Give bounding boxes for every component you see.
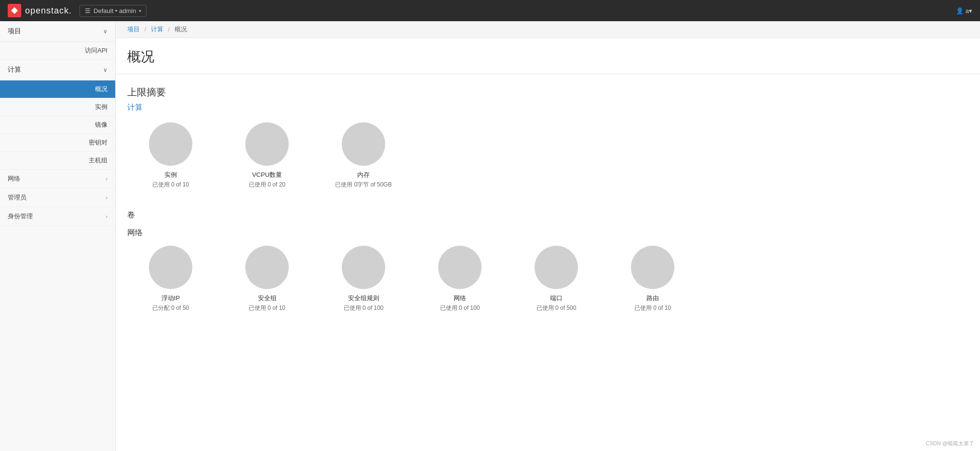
breadcrumb-sep2: / xyxy=(168,26,170,33)
navbar-project-chevron: ▾ xyxy=(139,8,141,13)
gauge-network: 网络 已使用 0 of 100 xyxy=(416,246,503,312)
sidebar-admin-label: 管理员 xyxy=(8,193,27,202)
sidebar-admin-chevron: › xyxy=(106,195,107,200)
gauge-instances-usage: 已使用 0 of 10 xyxy=(152,181,189,189)
gauge-vcpu-circle xyxy=(245,122,289,166)
sidebar-instances-label: 实例 xyxy=(95,103,107,110)
sidebar-identity-label: 身份管理 xyxy=(8,212,33,221)
navbar-project-icon: ☰ xyxy=(85,7,91,14)
navbar: openstack. ☰ Default • admin ▾ 👤 a▾ xyxy=(0,0,980,21)
page-title: 概况 xyxy=(127,48,968,66)
brand: openstack. xyxy=(8,4,72,17)
sidebar-network-chevron: › xyxy=(106,176,107,182)
gauge-vcpu: VCPU数量 已使用 0 of 20 xyxy=(224,122,310,189)
sidebar-network-header[interactable]: 网络 › xyxy=(0,170,115,188)
gauge-router-circle xyxy=(631,246,674,289)
sidebar-item-instances[interactable]: 实例 xyxy=(0,98,115,116)
sidebar-compute-chevron: ∨ xyxy=(103,66,107,73)
sidebar-item-hostgroups[interactable]: 主机组 xyxy=(0,152,115,170)
gauge-router: 路由 已使用 0 of 10 xyxy=(609,246,696,312)
gauge-security-rules-usage: 已使用 0 of 100 xyxy=(344,304,384,312)
breadcrumb-project[interactable]: 项目 xyxy=(127,26,140,33)
gauge-router-usage: 已使用 0 of 10 xyxy=(634,304,671,312)
sidebar-keypairs-label: 密钥对 xyxy=(89,139,107,146)
gauge-security-group-label: 安全组 xyxy=(258,294,277,303)
sidebar-compute-label: 计算 xyxy=(8,66,21,74)
sidebar-item-keypairs[interactable]: 密钥对 xyxy=(0,134,115,152)
gauge-floating-ip-circle xyxy=(149,246,192,289)
gauge-network-circle xyxy=(438,246,482,289)
gauge-memory-label: 内存 xyxy=(357,171,370,179)
sidebar-admin-header[interactable]: 管理员 › xyxy=(0,188,115,207)
gauge-port: 端口 已使用 0 of 500 xyxy=(513,246,600,312)
gauge-security-rules-circle xyxy=(342,246,385,289)
gauge-floating-ip: 浮动IP 已分配 0 of 50 xyxy=(127,246,214,312)
breadcrumb-compute[interactable]: 计算 xyxy=(151,26,163,33)
gauge-network-label: 网络 xyxy=(454,294,466,303)
sidebar-project-chevron: ∨ xyxy=(103,28,107,35)
gauge-network-usage: 已使用 0 of 100 xyxy=(440,304,480,312)
breadcrumb: 项目 / 计算 / 概况 xyxy=(116,21,980,38)
sidebar-hostgroups-label: 主机组 xyxy=(89,157,107,164)
gauge-memory: 内存 已使用 0字节 of 50GB xyxy=(320,122,407,189)
sidebar-images-label: 镜像 xyxy=(95,121,107,128)
sidebar-api-label: 访问API xyxy=(85,47,107,54)
gauge-security-rules-label: 安全组规则 xyxy=(348,294,379,303)
gauge-vcpu-label: VCPU数量 xyxy=(252,171,282,179)
gauge-port-label: 端口 xyxy=(550,294,563,303)
gauge-floating-ip-usage: 已分配 0 of 50 xyxy=(152,304,189,312)
gauge-security-rules: 安全组规则 已使用 0 of 100 xyxy=(320,246,407,312)
brand-logo xyxy=(8,4,21,17)
breadcrumb-current: 概况 xyxy=(175,26,187,33)
page-header: 概况 xyxy=(116,38,980,74)
main-layout: 项目 ∨ 访问API 计算 ∨ 概况 实例 镜像 密钥对 主机组 xyxy=(0,21,980,451)
compute-section-label: 计算 xyxy=(127,103,968,113)
navbar-user[interactable]: 👤 a▾ xyxy=(956,7,972,14)
network-gauge-row: 浮动IP 已分配 0 of 50 安全组 已使用 0 of 10 安全组规则 已… xyxy=(127,246,968,318)
gauge-security-group-circle xyxy=(245,246,289,289)
gauge-port-usage: 已使用 0 of 500 xyxy=(537,304,577,312)
network-section-label: 网络 xyxy=(127,228,968,238)
sidebar-project-header[interactable]: 项目 ∨ xyxy=(0,21,115,42)
sidebar-item-api[interactable]: 访问API xyxy=(0,42,115,60)
sidebar-project-label: 项目 xyxy=(8,27,21,36)
sidebar: 项目 ∨ 访问API 计算 ∨ 概况 实例 镜像 密钥对 主机组 xyxy=(0,21,116,451)
sidebar-identity-chevron: › xyxy=(106,213,107,219)
gauge-security-group-usage: 已使用 0 of 10 xyxy=(249,304,285,312)
navbar-project-label: Default • admin xyxy=(94,7,136,14)
gauge-port-circle xyxy=(535,246,578,289)
gauge-instances-label: 实例 xyxy=(164,171,177,179)
sidebar-overview-label: 概况 xyxy=(95,85,107,93)
volumes-section-label: 卷 xyxy=(127,210,968,220)
gauge-instances-circle xyxy=(149,122,192,166)
gauge-security-group: 安全组 已使用 0 of 10 xyxy=(224,246,310,312)
content-body: 上限摘要 计算 实例 已使用 0 of 10 VCPU数量 已使用 0 of 2… xyxy=(116,74,980,345)
sidebar-item-overview[interactable]: 概况 xyxy=(0,80,115,98)
brand-name: openstack. xyxy=(25,6,72,16)
content-area: 项目 / 计算 / 概况 概况 上限摘要 计算 实例 已使用 0 of 10 xyxy=(116,21,980,451)
sidebar-network-label: 网络 xyxy=(8,174,20,183)
breadcrumb-sep1: / xyxy=(145,26,147,33)
navbar-project[interactable]: ☰ Default • admin ▾ xyxy=(80,5,147,17)
gauge-memory-circle xyxy=(342,122,385,166)
gauge-floating-ip-label: 浮动IP xyxy=(161,294,180,303)
sidebar-compute-header[interactable]: 计算 ∨ xyxy=(0,60,115,80)
navbar-left: openstack. ☰ Default • admin ▾ xyxy=(8,4,147,17)
sidebar-identity-header[interactable]: 身份管理 › xyxy=(0,207,115,226)
gauge-instances: 实例 已使用 0 of 10 xyxy=(127,122,214,189)
watermark: CSDN @呱呱太菜了 xyxy=(926,440,974,447)
gauge-vcpu-usage: 已使用 0 of 20 xyxy=(249,181,285,189)
gauge-router-label: 路由 xyxy=(646,294,659,303)
limits-title: 上限摘要 xyxy=(127,86,968,99)
sidebar-item-images[interactable]: 镜像 xyxy=(0,116,115,134)
compute-gauge-row: 实例 已使用 0 of 10 VCPU数量 已使用 0 of 20 内存 已使用… xyxy=(127,122,968,195)
gauge-memory-usage: 已使用 0字节 of 50GB xyxy=(335,181,391,189)
